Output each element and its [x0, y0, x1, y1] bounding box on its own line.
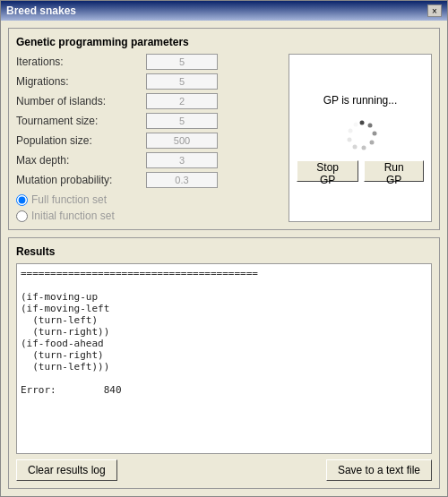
field-label-3: Tournament size: — [16, 115, 146, 127]
field-input-1[interactable] — [146, 73, 218, 90]
radio-full-function-set[interactable]: Full function set — [16, 193, 281, 206]
field-label-0: Iterations: — [16, 56, 146, 68]
content-area: Genetic programming parameters Iteration… — [1, 21, 447, 496]
svg-point-2 — [373, 132, 377, 136]
svg-point-6 — [348, 138, 352, 142]
svg-point-7 — [349, 129, 353, 133]
field-label-1: Migrations: — [16, 75, 146, 88]
field-row: Number of islands: — [16, 93, 281, 109]
title-bar: Breed snakes × — [1, 1, 447, 21]
main-window: Breed snakes × Genetic programming param… — [0, 0, 448, 497]
radio-full-label: Full function set — [31, 193, 107, 206]
field-label-6: Mutation probability: — [16, 174, 146, 186]
field-label-2: Number of islands: — [16, 95, 146, 107]
clear-results-button[interactable]: Clear results log — [16, 459, 117, 481]
close-button[interactable]: × — [427, 4, 442, 17]
field-input-5[interactable] — [146, 152, 218, 168]
results-section: Results ================================… — [8, 237, 440, 489]
field-label-5: Max depth: — [16, 154, 146, 167]
svg-point-8 — [354, 123, 358, 127]
radio-group: Full function set Initial function set — [16, 193, 281, 222]
results-title: Results — [16, 245, 432, 258]
svg-point-0 — [360, 121, 365, 125]
svg-point-4 — [362, 146, 366, 150]
field-row: Migrations: — [16, 73, 281, 90]
field-row: Mutation probability: — [16, 172, 281, 188]
gp-action-buttons: Stop GP Run GP — [297, 160, 424, 182]
form-fields: Iterations:Migrations:Number of islands:… — [16, 54, 281, 222]
results-buttons: Clear results log Save to a text file — [16, 459, 432, 481]
params-area: Iterations:Migrations:Number of islands:… — [16, 54, 432, 222]
field-input-4[interactable] — [146, 133, 218, 149]
results-log[interactable]: ========================================… — [16, 263, 432, 454]
field-row: Max depth: — [16, 152, 281, 168]
svg-point-3 — [370, 141, 375, 145]
svg-point-1 — [368, 124, 373, 128]
field-input-2[interactable] — [146, 93, 218, 109]
svg-point-5 — [353, 145, 358, 150]
field-row: Tournament size: — [16, 113, 281, 129]
spinner-icon — [344, 117, 376, 150]
field-input-0[interactable] — [146, 54, 218, 70]
run-gp-button[interactable]: Run GP — [364, 160, 424, 182]
field-input-6[interactable] — [146, 172, 218, 188]
field-row: Population size: — [16, 133, 281, 149]
field-input-3[interactable] — [146, 113, 218, 129]
field-label-4: Population size: — [16, 134, 146, 147]
gp-status-box: GP is running... — [289, 54, 432, 222]
params-title: Genetic programming parameters — [16, 36, 432, 48]
radio-initial-function-set[interactable]: Initial function set — [16, 210, 281, 222]
gp-status-text: GP is running... — [323, 94, 398, 107]
window-title: Breed snakes — [6, 4, 76, 17]
gp-params-section: Genetic programming parameters Iteration… — [8, 28, 440, 230]
field-row: Iterations: — [16, 54, 281, 70]
stop-gp-button[interactable]: Stop GP — [297, 160, 358, 182]
results-log-text: ========================================… — [21, 268, 427, 396]
radio-initial-label: Initial function set — [31, 210, 115, 222]
save-to-text-button[interactable]: Save to a text file — [326, 459, 432, 481]
